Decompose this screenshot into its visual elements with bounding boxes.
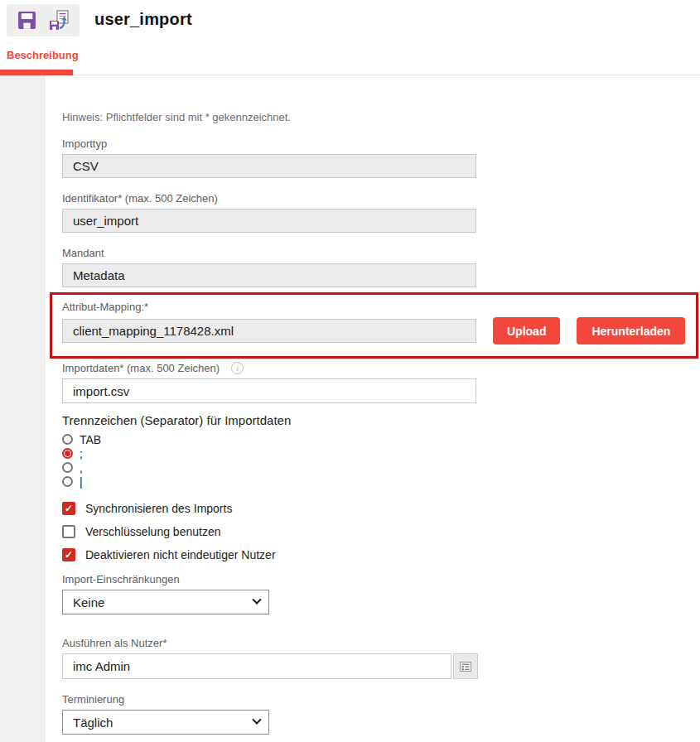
page-title: user_import <box>94 10 192 29</box>
active-tab-underline <box>0 70 73 75</box>
field-importdaten: Importdaten* (max. 500 Zeichen) i <box>62 362 698 403</box>
checkbox-icon <box>62 548 75 561</box>
field-run-as-user: Ausführen als Nutzer* <box>62 637 698 679</box>
import-restrictions-label: Import-Einschränkungen <box>62 573 698 585</box>
chevron-down-icon <box>252 716 261 725</box>
import-restrictions-select[interactable]: Keine <box>62 590 269 614</box>
info-icon[interactable]: i <box>231 362 244 374</box>
separator-group-label: Trennzeichen (Separator) für Importdaten <box>62 413 698 427</box>
radio-separator-semicolon[interactable]: ; <box>62 446 698 460</box>
importtyp-label: Importtyp <box>62 137 698 150</box>
checkbox-label: Verschlüsselung benutzen <box>85 525 220 538</box>
radio-label: ; <box>80 447 83 460</box>
importdaten-label: Importdaten* (max. 500 Zeichen) <box>62 362 220 374</box>
radio-label: TAB <box>80 433 101 446</box>
attribut-mapping-label: Attribut-Mapping:* <box>62 301 696 313</box>
field-mandant: Mandant <box>62 247 698 287</box>
scheduling-label: Terminierung <box>62 693 698 706</box>
checkbox-icon <box>62 502 75 515</box>
tab-bar: Beschreibung <box>0 43 700 75</box>
left-sidebar-strip <box>0 75 46 742</box>
field-import-restrictions: Import-Einschränkungen Keine <box>62 573 698 614</box>
upload-button[interactable]: Upload <box>493 317 560 344</box>
mandant-input <box>62 263 476 287</box>
radio-icon <box>62 434 73 445</box>
mandant-label: Mandant <box>62 247 698 259</box>
form-area: Hinweis: Pflichtfelder sind mit * gekenn… <box>46 75 700 742</box>
list-icon <box>459 660 472 673</box>
field-scheduling: Terminierung Täglich <box>62 693 698 735</box>
download-button[interactable]: Herunterladen <box>577 317 685 344</box>
save-floppy-icon[interactable] <box>17 10 37 31</box>
tab-beschreibung[interactable]: Beschreibung <box>7 49 79 61</box>
user-picker-button[interactable] <box>453 653 478 679</box>
run-as-user-input[interactable] <box>62 653 451 679</box>
toolbar <box>7 4 80 36</box>
radio-separator-pipe[interactable]: | <box>62 475 698 489</box>
checkbox-label: Synchronisieren des Imports <box>85 502 232 515</box>
radio-separator-tab[interactable]: TAB <box>62 432 698 446</box>
annotation-highlight-box: Attribut-Mapping:* Upload Herunterladen <box>50 292 698 359</box>
header: user_import <box>0 0 700 43</box>
checkbox-deactivate-ambiguous-users[interactable]: Deaktivieren nicht eindeutiger Nutzer <box>62 548 698 561</box>
radio-label: , <box>80 461 83 475</box>
chevron-down-icon <box>252 595 261 605</box>
checkbox-use-encryption[interactable]: Verschlüsselung benutzen <box>62 525 698 538</box>
save-and-transfer-icon[interactable] <box>48 9 70 31</box>
required-fields-hint: Hinweis: Pflichtfelder sind mit * gekenn… <box>62 111 698 123</box>
field-identifikator: Identifikator* (max. 500 Zeichen) <box>62 192 698 233</box>
checkbox-icon <box>62 525 75 538</box>
importdaten-input[interactable] <box>62 378 476 403</box>
field-importtyp: Importtyp <box>62 137 698 178</box>
select-value: Keine <box>73 595 104 610</box>
attribut-mapping-input <box>62 319 476 343</box>
radio-icon <box>62 476 73 487</box>
checkbox-label: Deaktivieren nicht eindeutiger Nutzer <box>85 548 276 561</box>
identifikator-label: Identifikator* (max. 500 Zeichen) <box>62 192 698 205</box>
run-as-user-label: Ausführen als Nutzer* <box>62 637 698 649</box>
importtyp-input <box>62 154 476 178</box>
identifikator-input <box>62 209 476 233</box>
separator-radio-group: Trennzeichen (Separator) für Importdaten… <box>62 413 698 489</box>
options-checkbox-group: Synchronisieren des Imports Verschlüssel… <box>62 502 698 561</box>
checkbox-synchronize-import[interactable]: Synchronisieren des Imports <box>62 502 698 515</box>
radio-icon <box>62 462 73 473</box>
radio-icon <box>62 448 73 459</box>
radio-separator-comma[interactable]: , <box>62 460 698 475</box>
scheduling-select[interactable]: Täglich <box>62 710 269 735</box>
select-value: Täglich <box>73 716 113 730</box>
radio-label: | <box>80 475 83 489</box>
